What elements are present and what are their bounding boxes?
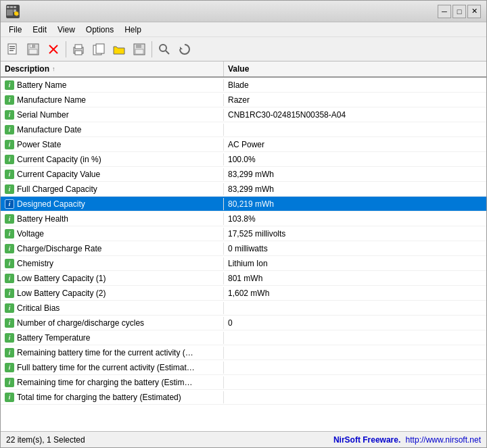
table-row[interactable]: iDesigned Capacity80,219 mWh — [1, 197, 486, 211]
svg-rect-19 — [75, 51, 82, 55]
table-body: iBattery NameBladeiManufacture NameRazer… — [1, 78, 486, 431]
row-description: iLow Battery Capacity (1) — [1, 272, 224, 284]
menu-help[interactable]: Help — [119, 24, 147, 36]
toolbar — [1, 37, 486, 61]
row-value: 83,299 mWh — [224, 168, 486, 180]
toolbar-copy[interactable] — [89, 40, 108, 59]
row-desc-text: Full battery time for the current activi… — [17, 363, 195, 372]
row-desc-text: Battery Health — [17, 214, 68, 224]
row-desc-text: Manufacture Name — [17, 95, 86, 105]
svg-rect-8 — [9, 46, 15, 47]
row-description: iLow Battery Capacity (2) — [1, 287, 224, 299]
table-row[interactable]: iManufacture NameRazer — [1, 93, 486, 107]
svg-point-25 — [160, 45, 166, 51]
menu-bar: File Edit View Options Help — [1, 22, 486, 37]
row-desc-text: Current Capacity (in %) — [17, 155, 101, 164]
info-icon: i — [5, 333, 14, 343]
svg-rect-18 — [75, 45, 82, 49]
svg-rect-2 — [14, 6, 16, 8]
menu-options[interactable]: Options — [80, 24, 119, 36]
toolbar-search[interactable] — [155, 40, 174, 59]
toolbar-new[interactable] — [3, 40, 22, 59]
menu-file[interactable]: File — [3, 24, 27, 36]
info-icon: i — [5, 80, 14, 90]
row-description: iCritical Bias — [1, 302, 224, 314]
status-link[interactable]: http://www.nirsoft.net — [403, 435, 481, 445]
row-description: iNumber of charge/discharge cycles — [1, 317, 224, 329]
row-value: 801 mWh — [224, 272, 486, 284]
info-icon: i — [5, 199, 14, 209]
table-row[interactable]: iFull Charged Capacity83,299 mWh — [1, 182, 486, 197]
svg-text:⚡: ⚡ — [15, 11, 20, 17]
toolbar-refresh[interactable] — [175, 40, 194, 59]
toolbar-separator-2 — [152, 41, 152, 57]
info-icon: i — [5, 259, 14, 268]
toolbar-open[interactable] — [110, 40, 129, 59]
row-value — [224, 381, 486, 384]
svg-rect-23 — [136, 44, 141, 48]
table-row[interactable]: iLow Battery Capacity (1)801 mWh — [1, 271, 486, 286]
row-value: CNB1RC30-024815N00358-A04 — [224, 109, 486, 121]
status-bar: 22 item(s), 1 Selected NirSoft Freeware.… — [1, 431, 486, 447]
menu-view[interactable]: View — [52, 24, 80, 36]
row-description: iFull Charged Capacity — [1, 183, 224, 195]
row-value: 0 — [224, 317, 486, 329]
row-value — [224, 366, 486, 369]
info-icon: i — [5, 289, 14, 298]
table-row[interactable]: iBattery Health103.8% — [1, 211, 486, 226]
row-description: iCurrent Capacity Value — [1, 168, 224, 180]
row-description: iCharge/Discharge Rate — [1, 243, 224, 255]
info-icon: i — [5, 378, 14, 387]
toolbar-separator-1 — [66, 41, 66, 57]
table-row[interactable]: iTotal time for charging the battery (Es… — [1, 390, 486, 405]
header-value[interactable]: Value — [224, 61, 486, 76]
info-icon: i — [5, 229, 14, 239]
row-value — [224, 396, 486, 399]
table-row[interactable]: iRemaining battery time for the current … — [1, 345, 486, 360]
table-row[interactable]: iCurrent Capacity Value83,299 mWh — [1, 167, 486, 182]
table-row[interactable]: iBattery NameBlade — [1, 78, 486, 93]
svg-rect-1 — [10, 6, 13, 8]
table-row[interactable]: iVoltage17,525 millivolts — [1, 226, 486, 241]
svg-rect-0 — [7, 6, 9, 8]
svg-rect-14 — [29, 49, 37, 54]
content-area: Description ↑ Value iBattery NameBladeiM… — [1, 61, 486, 431]
row-desc-text: Charge/Discharge Rate — [17, 244, 101, 253]
row-desc-text: Battery Temperature — [17, 333, 91, 343]
toolbar-print[interactable] — [69, 40, 88, 59]
table-row[interactable]: iCurrent Capacity (in %)100.0% — [1, 152, 486, 167]
row-description: iVoltage — [1, 228, 224, 240]
table-header: Description ↑ Value — [1, 61, 486, 78]
row-desc-text: Voltage — [17, 229, 44, 239]
svg-rect-10 — [9, 50, 14, 51]
row-value: Lithium Ion — [224, 257, 486, 270]
menu-edit[interactable]: Edit — [27, 24, 52, 36]
table-row[interactable]: iSerial NumberCNB1RC30-024815N00358-A04 — [1, 107, 486, 122]
row-desc-text: Current Capacity Value — [17, 170, 100, 179]
title-bar-left: ⚡ — [6, 5, 20, 18]
close-button[interactable]: ✕ — [467, 5, 481, 18]
table-row[interactable]: iCritical Bias — [1, 301, 486, 316]
svg-rect-3 — [7, 9, 13, 16]
table-row[interactable]: iManufacture Date — [1, 122, 486, 137]
info-icon: i — [5, 170, 14, 179]
row-value: 103.8% — [224, 213, 486, 225]
toolbar-save[interactable] — [24, 40, 43, 59]
minimize-button[interactable]: ─ — [438, 5, 451, 18]
toolbar-delete[interactable] — [44, 40, 63, 59]
table-row[interactable]: iNumber of charge/discharge cycles0 — [1, 316, 486, 330]
table-row[interactable]: iBattery Temperature — [1, 330, 486, 345]
row-desc-text: Full Charged Capacity — [17, 184, 97, 194]
table-row[interactable]: iLow Battery Capacity (2)1,602 mWh — [1, 286, 486, 301]
table-row[interactable]: iRemaining time for charging the battery… — [1, 375, 486, 390]
header-description[interactable]: Description ↑ — [1, 61, 224, 76]
info-icon: i — [5, 214, 14, 224]
table-row[interactable]: iChemistryLithium Ion — [1, 256, 486, 271]
maximize-button[interactable]: □ — [453, 5, 466, 18]
table-row[interactable]: iCharge/Discharge Rate0 milliwatts — [1, 241, 486, 256]
row-desc-text: Power State — [17, 140, 61, 149]
row-value: 17,525 millivolts — [224, 228, 486, 240]
table-row[interactable]: iFull battery time for the current activ… — [1, 360, 486, 375]
table-row[interactable]: iPower StateAC Power — [1, 137, 486, 152]
toolbar-save2[interactable] — [130, 40, 149, 59]
